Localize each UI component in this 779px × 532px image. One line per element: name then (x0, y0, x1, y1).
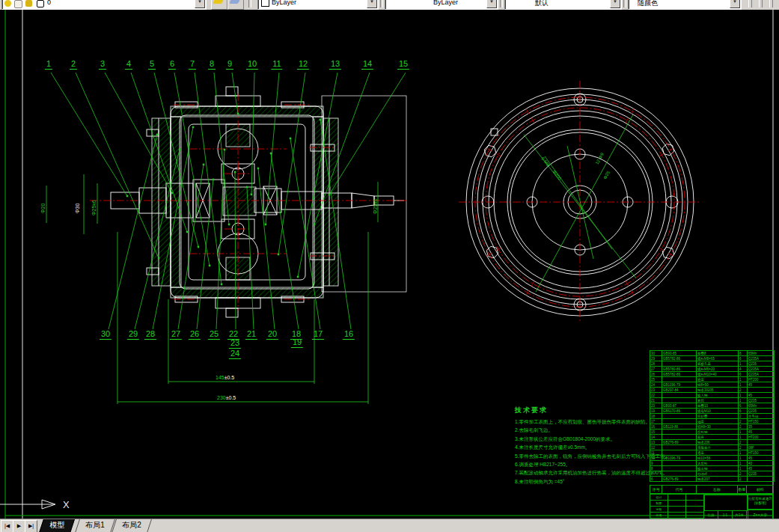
part-callout-15[interactable]: 15 (397, 60, 409, 70)
part-callout-6[interactable]: 6 (168, 60, 176, 70)
part-callout-14[interactable]: 14 (361, 60, 373, 70)
bom-row: 21套筒1Q235 (650, 398, 775, 403)
linetype-value: ByLayer (433, 0, 458, 6)
signature-cell (668, 495, 686, 501)
signature-cell (668, 501, 686, 507)
signature-cell: 审核 (650, 507, 668, 513)
current-color-swatch (261, 0, 269, 7)
part-callout-13[interactable]: 13 (329, 60, 341, 70)
tab-layout1[interactable]: 布局1 (75, 519, 114, 532)
layer-color-swatch (37, 0, 44, 7)
part-callout-30[interactable]: 30 (100, 330, 111, 340)
lineweight-dropdown-arrow[interactable]: ▼ (610, 0, 620, 8)
part-callout-16[interactable]: 16 (343, 330, 355, 340)
layer-previous-icon (229, 0, 241, 4)
layer-dropdown-arrow[interactable]: ▼ (195, 0, 205, 8)
part-callout-5[interactable]: 5 (148, 60, 156, 70)
signature-cell (668, 513, 686, 519)
bom-row: 25箱盖1HT200 (650, 377, 775, 382)
tab-nav-first-button[interactable]: |◀ (1, 520, 13, 532)
layout-tab-bar: |◀ ▶ ▶| 模型 布局1 布局2 (0, 519, 779, 532)
part-callout-27[interactable]: 27 (170, 330, 182, 340)
bom-row: 11透盖1HT150 (650, 450, 775, 456)
bom-row: 14箱座1HT200 (650, 435, 775, 440)
linetype-dropdown-arrow[interactable]: ▼ (486, 0, 497, 8)
part-callout-21[interactable]: 21 (245, 330, 257, 340)
bom-row: 13GB276-89轴承2062 (650, 440, 775, 445)
drawing-title-cell: 行星齿轮减速器 (装配图) (748, 495, 773, 510)
layer-previous-button[interactable] (227, 0, 244, 10)
part-callout-2[interactable]: 2 (70, 60, 77, 70)
layer-freeze-icon (14, 0, 22, 8)
top-toolbar: 0 ▼ ByLayer ▼ ByLayer ▼ 默认 (0, 0, 779, 10)
part-callout-12[interactable]: 12 (297, 60, 309, 70)
dim-inner-width: 145±0.5 (216, 375, 234, 380)
end-view[interactable] (459, 81, 701, 323)
bom-row: 8输出轴145 (650, 466, 775, 471)
make-object-layer-current-button[interactable] (211, 0, 227, 10)
signature-cell: 制图 (650, 501, 668, 507)
part-callout-28[interactable]: 28 (144, 330, 156, 340)
bom-row: 9大齿轮140 (650, 461, 775, 466)
signature-grid: 设计制图审核批准 (650, 495, 704, 520)
title-block: 设计制图审核批准 比例1:1共1张 行星齿轮减速器 (装配图) Z××大学 (650, 494, 774, 521)
part-callout-20[interactable]: 20 (266, 330, 278, 340)
part-callout-23[interactable]: 23 (229, 339, 241, 349)
drawing-canvas[interactable]: 145±0.5 230±0.5 Φ30 Φ25k6 Φ20 Φ25k6 6-M8… (0, 10, 779, 519)
bom-row: 22输入轴145 (650, 393, 775, 398)
dim-outer-width: 230±0.5 (217, 395, 236, 400)
part-callout-9[interactable]: 9 (226, 60, 233, 70)
bom-header-cell: 数量 (738, 485, 748, 494)
color-value: ByLayer (272, 0, 296, 6)
lineweight-value: 默认 (535, 0, 549, 8)
color-control-dropdown[interactable]: ByLayer ▼ (257, 0, 379, 10)
bom-row: 10GB1096-79键10×56145 (650, 456, 775, 461)
bom-row: 30GB93-85垫圈8865Mn (650, 351, 775, 356)
bom-header-row: 序号代号名称数量材料 (650, 485, 774, 494)
layer-current-icon (213, 0, 224, 4)
bom-row: 6GB276-89轴承2072 (650, 477, 775, 482)
tab-layout2[interactable]: 布局2 (111, 519, 151, 532)
layer-dropdown[interactable]: 0 ▼ (1, 0, 207, 10)
part-callout-3[interactable]: 3 (99, 60, 106, 70)
part-callout-1[interactable]: 1 (45, 60, 52, 70)
part-callout-10[interactable]: 10 (246, 60, 258, 70)
layer-name: 0 (47, 0, 51, 6)
bom-row: 26GB5782-86螺栓M10×406Q235A (650, 372, 775, 377)
tab-model[interactable]: 模型 (39, 519, 75, 532)
part-callout-7[interactable]: 7 (189, 60, 196, 70)
autocad-window: 0 ▼ ByLayer ▼ ByLayer ▼ 默认 (0, 0, 779, 532)
plotstyle-dropdown-arrow[interactable]: ▼ (730, 0, 740, 8)
part-callout-25[interactable]: 25 (208, 330, 220, 340)
part-callout-19[interactable]: 19 (291, 338, 303, 348)
color-dropdown-arrow[interactable]: ▼ (367, 0, 377, 8)
part-callout-29[interactable]: 29 (127, 330, 139, 340)
linetype-control-dropdown[interactable]: ByLayer ▼ (385, 0, 498, 10)
layer-lock-icon (25, 0, 32, 7)
bom-row: 19GB6170-86螺母M106Q235 (650, 409, 775, 414)
part-callout-26[interactable]: 26 (189, 330, 201, 340)
plotstyle-value: 随颜色 (638, 0, 658, 8)
bom-table: 30GB93-85垫圈8865Mn29GB5782-86螺栓M8×656Q235… (650, 350, 775, 482)
bom-row: 27GB5780-86螺栓M6×204Q235A (650, 367, 775, 372)
signature-cell (668, 507, 686, 513)
plotstyle-control-dropdown[interactable]: 随颜色 ▼ (628, 0, 742, 10)
tab-nav-last-button[interactable]: ▶| (25, 520, 37, 532)
dim-shaft-dia-a: Φ30 (75, 204, 80, 213)
part-callout-24[interactable]: 24 (229, 349, 241, 359)
part-callout-4[interactable]: 4 (125, 60, 132, 70)
bom-row: 20GB93-87垫圈10665Mn (650, 403, 775, 409)
signature-cell (686, 507, 704, 513)
bom-row: 23GB297-84轴承302052 (650, 388, 775, 393)
dim-shaft-dia-right: Φ25k6 (373, 198, 378, 214)
tab-nav-next-button[interactable]: ▶ (13, 520, 25, 532)
bom-header-cell: 名称 (697, 485, 738, 494)
part-callout-8[interactable]: 8 (208, 60, 216, 70)
lineweight-control-dropdown[interactable]: 默认 ▼ (504, 0, 622, 10)
dim-shaft-dia-b: Φ25k6 (91, 200, 97, 215)
signature-cell (686, 501, 704, 507)
bom-header-cell: 序号 (650, 485, 662, 494)
bom-header-cell: 代号 (662, 485, 696, 494)
part-callout-11[interactable]: 11 (271, 60, 282, 70)
part-callout-17[interactable]: 17 (312, 330, 324, 340)
